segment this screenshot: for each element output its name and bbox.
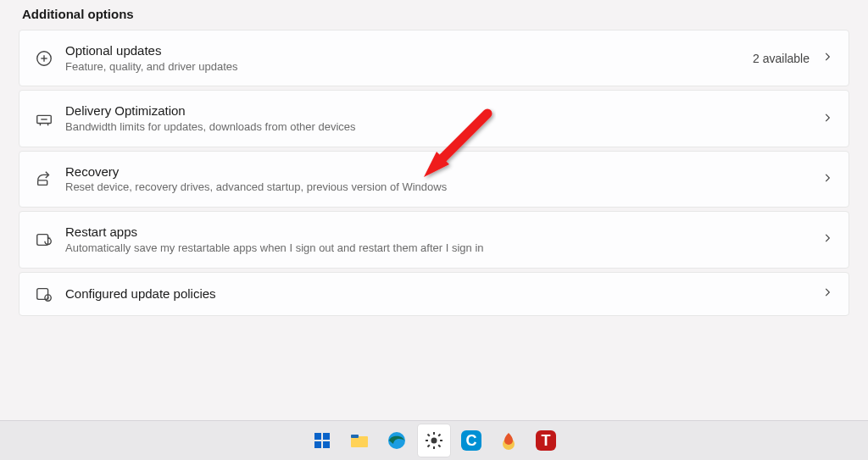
row-title: Restart apps: [65, 224, 821, 241]
row-subtitle: Bandwidth limits for updates, downloads …: [65, 120, 821, 135]
row-subtitle: Reset device, recovery drives, advanced …: [65, 180, 821, 195]
plus-circle-icon: [35, 49, 58, 68]
chevron-right-icon: [821, 51, 833, 65]
svg-rect-18: [314, 441, 321, 448]
svg-point-13: [47, 297, 49, 298]
restart-apps-row[interactable]: Restart apps Automatically save my resta…: [19, 211, 849, 268]
row-subtitle: Feature, quality, and driver updates: [65, 60, 753, 75]
taskbar-app-flame[interactable]: [492, 424, 525, 457]
recovery-row[interactable]: Recovery Reset device, recovery drives, …: [19, 151, 849, 208]
taskbar-app-t[interactable]: T: [530, 424, 562, 457]
row-title: Delivery Optimization: [65, 103, 821, 119]
svg-line-31: [438, 435, 440, 436]
chevron-right-icon: [821, 172, 833, 186]
taskbar-settings[interactable]: [418, 424, 450, 457]
policies-icon: [35, 285, 58, 303]
optional-updates-row[interactable]: Optional updates Feature, quality, and d…: [19, 30, 849, 86]
taskbar-file-explorer[interactable]: [343, 424, 376, 457]
chevron-right-icon: [821, 112, 833, 126]
svg-rect-17: [323, 433, 330, 440]
svg-line-28: [428, 435, 430, 436]
svg-point-23: [431, 438, 437, 444]
taskbar-edge[interactable]: [381, 424, 413, 457]
svg-rect-19: [323, 441, 330, 448]
row-title: Recovery: [65, 163, 821, 180]
svg-line-29: [438, 445, 440, 446]
available-count: 2 available: [753, 52, 810, 65]
taskbar-app-c[interactable]: C: [455, 424, 487, 457]
configured-update-policies-row[interactable]: Configured update policies: [19, 272, 849, 316]
svg-rect-7: [38, 180, 47, 186]
svg-line-30: [428, 445, 430, 446]
chevron-right-icon: [821, 286, 833, 301]
recovery-icon: [35, 169, 58, 188]
taskbar-start[interactable]: [306, 424, 338, 457]
taskbar: C T: [0, 420, 868, 460]
row-title: Configured update policies: [65, 285, 821, 302]
svg-rect-16: [314, 433, 321, 440]
delivery-optimization-row[interactable]: Delivery Optimization Bandwidth limits f…: [19, 90, 849, 147]
svg-rect-21: [351, 435, 359, 438]
row-subtitle: Automatically save my restartable apps w…: [65, 241, 821, 256]
restart-apps-icon: [35, 230, 58, 249]
delivery-icon: [35, 109, 58, 128]
svg-rect-9: [37, 288, 48, 299]
settings-card-list: Optional updates Feature, quality, and d…: [19, 30, 849, 316]
row-title: Optional updates: [65, 42, 753, 59]
chevron-right-icon: [821, 232, 833, 247]
section-title: Additional options: [22, 7, 849, 21]
